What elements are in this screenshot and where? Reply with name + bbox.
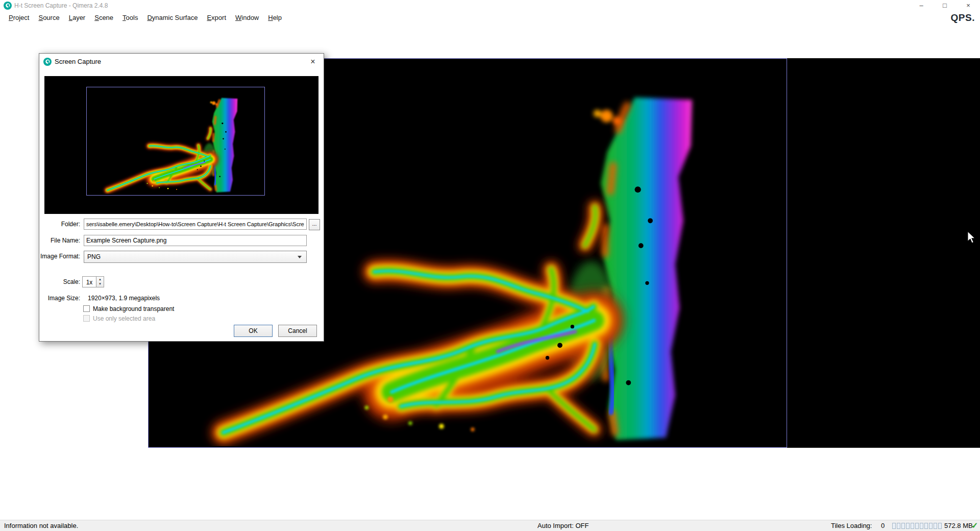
qps-logo-icon [43,58,52,66]
minimize-button[interactable]: – [910,0,933,11]
qps-wordmark-logo: QPS. [951,11,975,24]
dialog-close-button[interactable]: × [302,54,324,70]
ok-button[interactable]: OK [234,325,273,337]
scale-value[interactable]: 1x [82,276,96,287]
transparent-checkbox-label: Make background transparent [93,305,174,312]
menu-project[interactable]: Project [4,11,34,24]
scale-spinner[interactable]: ▲ ▼ [96,276,104,287]
browse-button[interactable]: ... [309,219,320,230]
menu-source[interactable]: Source [34,11,64,24]
status-message: Information not available. [4,520,78,531]
dialog-titlebar[interactable]: Screen Capture × [39,54,324,70]
image-size-label: Image Size: [39,295,80,302]
menu-tools[interactable]: Tools [118,11,142,24]
file-name-input[interactable] [84,235,307,246]
folder-label: Folder: [39,221,80,228]
image-format-label: Image Format: [39,253,80,260]
tiles-progress-segments [892,523,942,529]
menu-scene[interactable]: Scene [90,11,118,24]
tiles-loading-label: Tiles Loading: [831,520,872,531]
spin-up-icon[interactable]: ▲ [96,277,104,282]
menu-bar: Project Source Layer Scene Tools Dynamic… [0,11,980,24]
screen-capture-dialog: Screen Capture × Folder: ... File Name: … [39,53,324,342]
preview-bathymetry [87,87,263,194]
tiles-loading-count: 0 [881,520,885,531]
capture-preview [44,76,318,214]
menu-window[interactable]: Window [231,11,263,24]
cancel-button[interactable]: Cancel [278,325,317,337]
folder-input[interactable] [84,219,307,230]
menu-export[interactable]: Export [202,11,231,24]
image-format-value: PNG [87,251,101,262]
preview-capture-rectangle [86,87,265,196]
spin-down-icon[interactable]: ▼ [96,282,104,287]
file-name-label: File Name: [39,237,80,244]
image-size-value: 1920×973, 1.9 megapixels [88,295,160,302]
selected-area-checkbox [83,315,90,322]
transparent-checkbox[interactable] [83,305,90,312]
menu-help[interactable]: Help [263,11,286,24]
qimera-app-icon [4,2,12,10]
close-button[interactable]: × [957,0,980,11]
selected-area-checkbox-label: Use only selected area [93,315,155,322]
auto-import-status: Auto Import: OFF [537,520,589,531]
menu-dynamic-surface[interactable]: Dynamic Surface [142,11,202,24]
menu-layer[interactable]: Layer [64,11,90,24]
status-ok-icon: ✓ [971,520,978,531]
status-bar: Information not available. Auto Import: … [0,520,980,531]
window-title: H-t Screen Capture - Qimera 2.4.8 [14,0,108,11]
dialog-title: Screen Capture [55,54,101,70]
maximize-button[interactable]: □ [933,0,957,11]
scale-label: Scale: [39,278,80,285]
image-format-dropdown[interactable]: PNG [84,251,307,263]
mouse-cursor [966,231,976,244]
memory-usage: 572.8 MB [944,520,973,531]
chevron-down-icon [298,256,302,258]
window-titlebar: H-t Screen Capture - Qimera 2.4.8 – □ × [0,0,980,11]
